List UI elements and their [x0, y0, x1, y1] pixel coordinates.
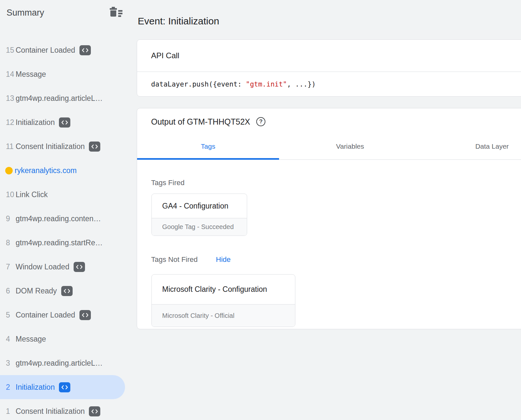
- output-tabs: Tags Variables Data Layer: [137, 133, 521, 160]
- sidebar-event-item-1[interactable]: 1Consent Initialization: [0, 399, 134, 420]
- event-label: Link Click: [16, 190, 48, 199]
- sidebar-event-item-4[interactable]: 4Message: [0, 327, 134, 351]
- event-number: 13: [6, 94, 16, 103]
- output-title: Output of GTM-THHQT52X: [151, 117, 250, 127]
- event-label: Consent Initialization: [16, 142, 85, 151]
- output-header: Output of GTM-THHQT52X ?: [151, 108, 265, 135]
- tab-data-layer[interactable]: Data Layer: [421, 133, 521, 159]
- summary-sidebar: Summary 15Container Loaded14Message13gtm…: [0, 0, 134, 420]
- event-number: 1: [6, 407, 16, 416]
- tags-not-fired-heading: Tags Not Fired: [151, 255, 198, 264]
- sidebar-event-item-10[interactable]: 10Link Click: [0, 183, 134, 207]
- hide-link[interactable]: Hide: [216, 255, 231, 264]
- tab-tags[interactable]: Tags: [137, 133, 279, 159]
- event-label: gtm4wp.reading.articleL…: [16, 94, 103, 103]
- event-label: Consent Initialization: [16, 407, 85, 416]
- sidebar-event-item-7[interactable]: 7Window Loaded: [0, 255, 134, 279]
- tag-name: GA4 - Configuration: [152, 194, 247, 218]
- event-number: 5: [6, 311, 16, 319]
- sidebar-event-item-9[interactable]: 9gtm4wp.reading.conten…: [0, 207, 134, 231]
- code-icon: [61, 286, 73, 296]
- sidebar-event-item-2[interactable]: 2Initialization: [0, 375, 125, 399]
- page-url: rykeranalytics.com: [15, 166, 77, 175]
- tag-card-microsoft-clarity[interactable]: Microsoft Clarity - Configuration Micros…: [151, 274, 295, 327]
- code-icon: [59, 382, 70, 392]
- api-call-title: API Call: [137, 40, 521, 72]
- api-call-card: API Call dataLayer.push({event: "gtm.ini…: [137, 39, 521, 97]
- container-output-card: Output of GTM-THHQT52X ? Tags Variables …: [137, 108, 521, 329]
- event-number: 15: [6, 46, 16, 55]
- sidebar-event-item-11[interactable]: 11Consent Initialization: [0, 134, 134, 158]
- tag-card-ga4-configuration[interactable]: GA4 - Configuration Google Tag - Succeed…: [151, 194, 247, 236]
- clear-messages-button[interactable]: [106, 6, 123, 21]
- help-icon[interactable]: ?: [256, 117, 265, 126]
- event-label: Window Loaded: [16, 263, 69, 271]
- event-number: 10: [6, 190, 16, 199]
- code-icon: [59, 117, 70, 128]
- event-number: 3: [6, 359, 16, 368]
- summary-title[interactable]: Summary: [7, 8, 44, 18]
- code-icon: [74, 262, 85, 272]
- code-icon: [89, 142, 100, 152]
- event-number: 4: [6, 335, 16, 344]
- sidebar-event-item-15[interactable]: 15Container Loaded: [0, 38, 134, 62]
- event-label: Container Loaded: [16, 311, 75, 319]
- sidebar-event-item-13[interactable]: 13gtm4wp.reading.articleL…: [0, 86, 134, 110]
- event-number: 2: [6, 383, 16, 392]
- tags-fired-heading: Tags Fired: [151, 179, 185, 187]
- sidebar-event-item-8[interactable]: 8gtm4wp.reading.startRe…: [0, 231, 134, 255]
- code-suffix: , ...}): [287, 80, 316, 88]
- event-number: 14: [6, 70, 16, 79]
- tag-name: Microsoft Clarity - Configuration: [152, 275, 295, 305]
- tags-not-fired-row: Tags Not Fired Hide: [151, 255, 231, 264]
- event-number: 12: [6, 118, 16, 127]
- sidebar-event-item-5[interactable]: 5Container Loaded: [0, 303, 134, 327]
- sidebar-header: Summary: [0, 0, 134, 38]
- delete-sweep-icon: [106, 6, 123, 21]
- event-label: Initialization: [16, 118, 55, 127]
- event-label: Container Loaded: [16, 46, 75, 55]
- event-label: gtm4wp.reading.startRe…: [16, 238, 103, 247]
- code-prefix: dataLayer.push({event:: [151, 80, 246, 88]
- sidebar-event-item-14[interactable]: 14Message: [0, 62, 134, 86]
- page-title: Event: Initialization: [138, 16, 219, 27]
- event-label: Message: [16, 70, 46, 79]
- event-number: 6: [6, 287, 16, 295]
- sidebar-page-item[interactable]: rykeranalytics.com: [0, 158, 134, 183]
- event-label: Initialization: [16, 383, 55, 392]
- event-number: 11: [6, 142, 16, 151]
- code-icon: [79, 45, 91, 55]
- event-number: 7: [6, 263, 16, 271]
- page-status-dot-icon: [5, 167, 13, 174]
- event-number: 8: [6, 238, 16, 247]
- tab-variables[interactable]: Variables: [279, 133, 421, 159]
- api-call-code: dataLayer.push({event: "gtm.init", ...}): [137, 72, 521, 96]
- code-icon: [79, 310, 91, 320]
- event-label: Message: [16, 335, 46, 344]
- sidebar-event-item-6[interactable]: 6DOM Ready: [0, 279, 134, 303]
- sidebar-event-item-3[interactable]: 3gtm4wp.reading.articleL…: [0, 351, 134, 375]
- event-list: 15Container Loaded14Message13gtm4wp.read…: [0, 38, 134, 420]
- code-string-literal: "gtm.init": [246, 80, 287, 88]
- sidebar-event-item-12[interactable]: 12Initialization: [0, 110, 134, 134]
- tag-status: Google Tag - Succeeded: [152, 218, 247, 236]
- event-label: gtm4wp.reading.conten…: [16, 214, 101, 223]
- code-icon: [89, 406, 100, 416]
- tag-status: Microsoft Clarity - Official: [152, 305, 295, 327]
- event-label: DOM Ready: [16, 287, 57, 295]
- event-number: 9: [6, 214, 16, 223]
- event-label: gtm4wp.reading.articleL…: [16, 359, 103, 368]
